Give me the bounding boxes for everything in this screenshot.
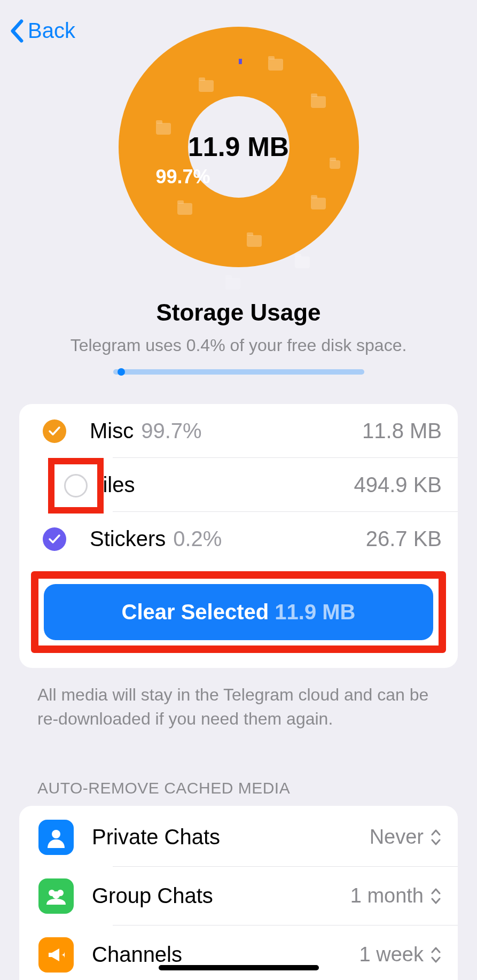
auto-row-label: Private Chats — [92, 825, 220, 849]
auto-row-group-chats[interactable]: Group Chats 1 month — [19, 867, 458, 925]
group-icon — [38, 878, 74, 914]
category-row-stickers[interactable]: Stickers 0.2% 26.7 KB — [19, 512, 458, 566]
auto-remove-section-header: AUTO-REMOVE CACHED MEDIA — [37, 779, 440, 797]
updown-icon — [430, 887, 442, 905]
category-name: Misc — [90, 419, 134, 443]
category-size: 494.9 KB — [354, 473, 442, 497]
clear-button-highlight: Clear Selected 11.9 MB — [31, 571, 446, 653]
updown-icon — [430, 828, 442, 846]
person-icon — [38, 820, 74, 855]
check-icon — [48, 426, 61, 437]
auto-remove-card: Private Chats Never Group Chats 1 month … — [19, 806, 458, 980]
checkbox-files-highlight — [48, 458, 104, 514]
category-name: Stickers — [90, 527, 166, 551]
clear-selected-button[interactable]: Clear Selected 11.9 MB — [44, 584, 433, 640]
auto-row-label: Channels — [92, 943, 182, 967]
category-row-misc[interactable]: Misc 99.7% 11.8 MB — [19, 404, 458, 458]
category-pct: 0.2% — [173, 527, 222, 551]
clear-amount: 11.9 MB — [275, 600, 355, 624]
checkbox-misc[interactable] — [43, 419, 66, 443]
auto-row-value: 1 month — [350, 884, 424, 907]
back-button[interactable]: Back — [10, 19, 75, 43]
checkbox-stickers[interactable] — [43, 527, 66, 551]
category-size: 11.8 MB — [362, 419, 442, 443]
usage-bar — [113, 369, 364, 375]
donut-dominant-pct: 99.7% — [156, 166, 210, 188]
megaphone-icon — [38, 937, 74, 973]
footer-note: All media will stay in the Telegram clou… — [37, 683, 440, 731]
svg-point-2 — [52, 830, 60, 838]
auto-row-private-chats[interactable]: Private Chats Never — [19, 808, 458, 867]
chevron-left-icon — [10, 19, 24, 43]
categories-card: Misc 99.7% 11.8 MB Files 494.9 KB Sticke… — [19, 404, 458, 668]
updown-icon — [430, 946, 442, 964]
auto-row-value: Never — [370, 826, 424, 849]
checkbox-files-overlay[interactable] — [64, 474, 88, 497]
auto-row-label: Group Chats — [92, 884, 213, 908]
back-label: Back — [28, 19, 75, 43]
svg-point-5 — [52, 891, 60, 899]
category-size: 26.7 KB — [366, 527, 442, 551]
clear-label: Clear Selected — [122, 600, 269, 624]
auto-row-value: 1 week — [359, 943, 424, 966]
auto-row-channels[interactable]: Channels 1 week — [19, 925, 458, 980]
donut-center-value: 11.9 MB — [188, 131, 289, 162]
page-subtitle: Telegram uses 0.4% of your free disk spa… — [0, 336, 477, 355]
home-indicator[interactable] — [159, 965, 319, 970]
page-title: Storage Usage — [0, 299, 477, 326]
storage-donut-chart: 11.9 MB 99.7% — [119, 27, 359, 267]
check-icon — [48, 534, 61, 545]
category-pct: 99.7% — [141, 419, 201, 443]
